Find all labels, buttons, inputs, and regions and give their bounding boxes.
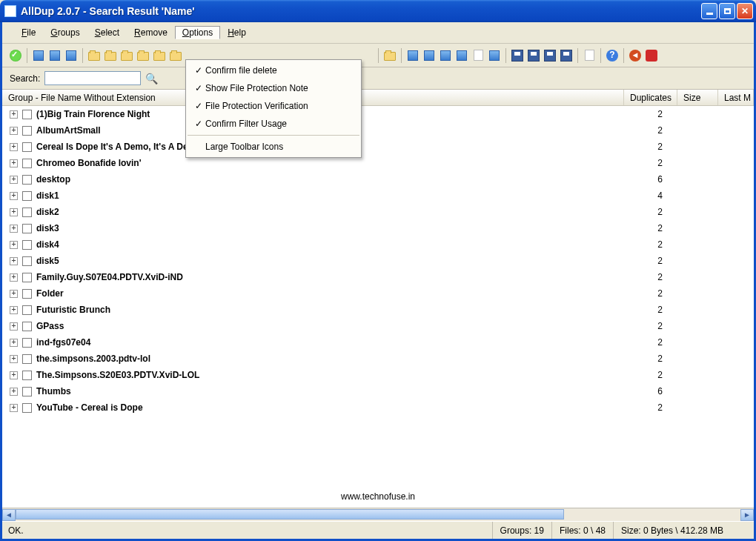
checkbox[interactable] [22,273,32,282]
toolbar-folder5-icon[interactable] [152,48,167,63]
checkbox[interactable] [22,322,32,331]
table-row[interactable]: +Folder2 [2,285,754,302]
table-row[interactable]: +AlbumArtSmall2 [2,122,754,139]
minimize-button[interactable] [701,3,717,19]
col-size[interactable]: Size [677,90,718,105]
checkbox[interactable] [22,256,32,266]
expand-icon[interactable]: + [10,339,18,347]
table-row[interactable]: +GPass2 [2,318,754,334]
table-row[interactable]: +disk14 [2,187,754,204]
toolbar-open-icon[interactable] [382,48,397,63]
table-row[interactable]: +Family.Guy.S07E04.PDTV.XviD-iND2 [2,269,754,285]
checkbox[interactable] [22,110,32,119]
checkbox[interactable] [22,126,32,136]
toolbar-save1-icon[interactable] [510,48,525,63]
checkbox[interactable] [22,191,32,201]
search-input[interactable] [44,71,141,85]
toolbar-save2-icon[interactable] [526,48,541,63]
menu-help[interactable]: Help [220,26,253,39]
col-duplicates[interactable]: Duplicates [624,90,677,105]
toolbar-folder3-icon[interactable] [119,48,134,63]
expand-icon[interactable]: + [10,388,18,396]
expand-icon[interactable]: + [10,176,18,184]
table-row[interactable]: +Chromeo Bonafide lovin'2 [2,155,754,171]
toolbar-folder1-icon[interactable] [87,48,102,63]
expand-icon[interactable]: + [10,127,18,135]
table-row[interactable]: +(1)Big Train Florence Night2 [2,106,754,122]
toolbar-stop-icon[interactable] [644,48,659,63]
expand-icon[interactable]: + [10,371,18,379]
expand-icon[interactable]: + [10,208,18,216]
expand-icon[interactable]: + [10,290,18,298]
table-row[interactable]: +disk42 [2,236,754,253]
toolbar-list3-icon[interactable] [438,48,453,63]
checkbox[interactable] [22,305,32,315]
col-last[interactable]: Last M [718,90,754,105]
expand-icon[interactable]: + [10,355,18,363]
expand-icon[interactable]: + [10,159,18,167]
option-confirm-delete[interactable]: ✓ Confirm file delete [186,62,361,79]
table-row[interactable]: +the.simpsons.2003.pdtv-lol2 [2,351,754,367]
expand-icon[interactable]: + [10,110,18,119]
toolbar-apply-icon[interactable] [8,48,23,63]
checkbox[interactable] [22,240,32,250]
expand-icon[interactable]: + [10,306,18,314]
toolbar-list2-icon[interactable] [422,48,437,63]
expand-icon[interactable]: + [10,241,18,249]
toolbar-view1-icon[interactable] [31,48,46,63]
table-row[interactable]: +Cereal Is Dope It's A Demo, It's A Demo… [2,139,754,155]
menu-select[interactable]: Select [87,26,127,39]
toolbar-save4-icon[interactable] [559,48,574,63]
expand-icon[interactable]: + [10,192,18,200]
horizontal-scrollbar[interactable]: ◄ ► [2,508,754,521]
toolbar-save3-icon[interactable] [543,48,557,63]
table-row[interactable]: +Futuristic Brunch2 [2,302,754,318]
option-protection-note[interactable]: ✓ Show File Protection Note [186,79,361,97]
toolbar-folder2-icon[interactable] [103,48,118,63]
table-row[interactable]: +disk32 [2,220,754,236]
close-button[interactable]: ✕ [737,3,753,19]
checkbox[interactable] [22,159,32,168]
toolbar-back-icon[interactable]: ◄ [628,48,643,63]
expand-icon[interactable]: + [10,143,18,151]
checkbox[interactable] [22,338,32,348]
option-confirm-filter[interactable]: ✓ Confirm Filter Usage [186,115,361,133]
expand-icon[interactable]: + [10,257,18,265]
toolbar-doc-icon[interactable] [582,48,597,63]
table-row[interactable]: +The.Simpsons.S20E03.PDTV.XviD-LOL2 [2,367,754,383]
option-large-icons[interactable]: Large Toolbar Icons [186,138,361,156]
checkbox[interactable] [22,387,32,396]
toolbar-list4-icon[interactable] [454,48,469,63]
expand-icon[interactable]: + [10,273,18,282]
checkbox[interactable] [22,142,32,152]
maximize-button[interactable] [719,3,735,19]
toolbar-help-icon[interactable]: ? [605,48,620,63]
checkbox[interactable] [22,371,32,380]
scroll-left-icon[interactable]: ◄ [2,509,16,521]
expand-icon[interactable]: + [10,225,18,233]
scroll-right-icon[interactable]: ► [740,509,754,521]
menu-options[interactable]: Options [175,26,220,39]
menu-file[interactable]: File [14,26,43,39]
checkbox[interactable] [22,224,32,233]
toolbar-list1-icon[interactable] [405,48,420,63]
table-row[interactable]: +desktop6 [2,171,754,187]
table-row[interactable]: +ind-fgs07e042 [2,334,754,351]
table-row[interactable]: +YouTube - Cereal is Dope2 [2,399,754,416]
toolbar-folder6-icon[interactable] [168,48,183,63]
expand-icon[interactable]: + [10,322,18,331]
search-icon[interactable]: 🔍 [145,73,158,84]
checkbox[interactable] [22,289,32,299]
menu-remove[interactable]: Remove [127,26,175,39]
toolbar-view2-icon[interactable] [47,48,62,63]
toolbar-view3-icon[interactable] [64,48,79,63]
option-protection-verify[interactable]: ✓ File Protection Verification [186,97,361,115]
expand-icon[interactable]: + [10,404,18,412]
toolbar-folder4-icon[interactable] [136,48,150,63]
checkbox[interactable] [22,354,32,364]
toolbar-copy-icon[interactable] [471,48,485,63]
table-row[interactable]: +disk22 [2,204,754,220]
table-row[interactable]: +disk52 [2,253,754,269]
toolbar-net-icon[interactable] [487,48,502,63]
checkbox[interactable] [22,208,32,217]
